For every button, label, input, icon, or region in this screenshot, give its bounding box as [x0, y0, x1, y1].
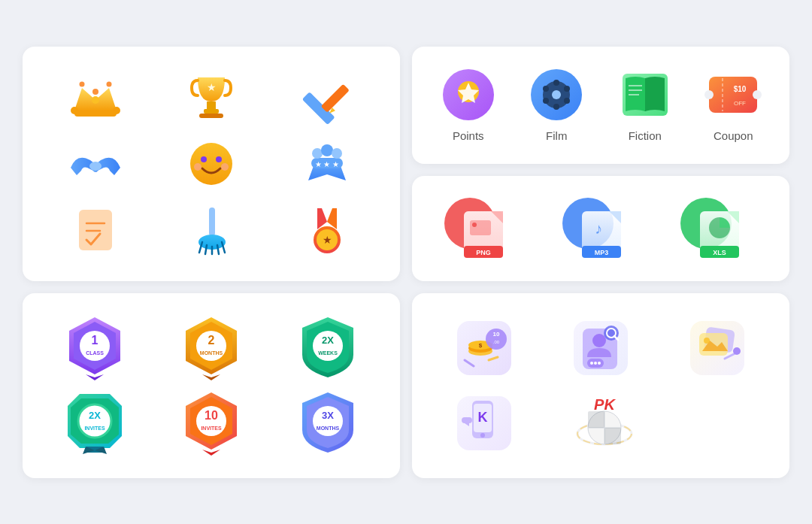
svg-text:PNG: PNG [477, 249, 492, 256]
category-film: Film [529, 68, 583, 142]
svg-point-5 [92, 89, 98, 95]
svg-point-68 [472, 223, 477, 227]
film-label: Film [546, 129, 567, 142]
card-app-icons: $ 10 .00 [412, 293, 789, 478]
medal-icon: ★ [297, 200, 357, 260]
badge-months-2: 2 MONTHS [177, 314, 245, 382]
trophy-icon: ★ [181, 68, 241, 128]
svg-text:♪: ♪ [595, 220, 602, 237]
svg-rect-4 [74, 111, 117, 117]
category-points: Points [441, 68, 495, 142]
svg-point-58 [704, 90, 714, 99]
svg-point-18 [216, 156, 222, 162]
card-file-types: PNG ♪ MP3 [412, 176, 789, 281]
svg-rect-57 [709, 77, 757, 113]
crown-icon [65, 68, 126, 128]
svg-rect-10 [207, 101, 216, 109]
svg-point-7 [107, 81, 112, 86]
svg-text:1: 1 [92, 334, 98, 347]
svg-point-134 [598, 362, 601, 365]
app-coins-icon: $ 10 .00 [450, 314, 518, 382]
card-categories: Points Fi [412, 47, 789, 165]
svg-point-48 [564, 86, 570, 92]
svg-rect-146 [462, 417, 472, 423]
mp3-file-icon: ♪ MP3 [559, 195, 642, 262]
svg-point-140 [733, 347, 741, 355]
app-empty-6 [683, 389, 751, 457]
app-phone-k-icon: K [450, 389, 518, 457]
card-award-icons: ★ [23, 47, 400, 281]
svg-text:MONTHS: MONTHS [200, 350, 223, 356]
svg-rect-13 [321, 83, 350, 112]
badge-weeks-2x: 2X WEEKS [294, 314, 362, 382]
fiction-label: Fiction [629, 129, 662, 142]
svg-text:OFF: OFF [734, 100, 746, 107]
svg-text:MONTHS: MONTHS [316, 426, 339, 431]
svg-point-47 [553, 80, 559, 86]
svg-point-51 [543, 98, 549, 104]
svg-point-139 [704, 338, 710, 344]
svg-text:CLASS: CLASS [86, 350, 104, 356]
svg-text:INVITES: INVITES [201, 426, 222, 431]
svg-point-15 [89, 162, 102, 171]
category-coupon: $10 OFF Coupon [706, 68, 760, 142]
svg-point-25 [332, 148, 342, 159]
coupon-label: Coupon [714, 129, 753, 142]
svg-marker-87 [86, 374, 104, 380]
svg-rect-30 [209, 207, 215, 236]
svg-point-133 [594, 362, 597, 365]
app-user-search-icon [567, 314, 635, 382]
svg-marker-93 [202, 374, 220, 380]
broom-icon [181, 200, 241, 260]
svg-point-23 [312, 148, 323, 159]
svg-point-50 [553, 104, 559, 110]
svg-text:★: ★ [323, 234, 332, 246]
handshake-icon [65, 134, 126, 194]
ruler-pencil-icon [297, 68, 357, 128]
notepad-icon [65, 200, 126, 260]
svg-point-46 [552, 90, 561, 99]
svg-point-59 [753, 90, 762, 99]
svg-text:MP3: MP3 [595, 249, 609, 256]
svg-marker-110 [202, 450, 220, 456]
svg-text:2: 2 [208, 334, 215, 347]
badge-months-3x: 3X MONTHS [294, 389, 362, 457]
svg-text:K: K [478, 410, 488, 425]
svg-rect-154 [588, 411, 604, 428]
svg-text:★ ★ ★: ★ ★ ★ [315, 160, 340, 168]
badge-class: 1 CLASS [61, 314, 129, 382]
svg-point-52 [543, 86, 549, 92]
svg-text:$10: $10 [734, 85, 747, 93]
svg-point-132 [590, 362, 593, 365]
svg-point-2 [92, 96, 99, 104]
main-grid: ★ [23, 47, 789, 478]
svg-text:.00: .00 [493, 340, 500, 344]
png-file-icon: PNG [441, 195, 524, 262]
svg-text:10: 10 [205, 409, 218, 422]
svg-text:XLS: XLS [713, 249, 726, 256]
svg-rect-9 [199, 114, 223, 118]
svg-point-49 [564, 98, 570, 104]
svg-rect-155 [604, 428, 621, 444]
svg-point-145 [480, 433, 485, 438]
svg-point-19 [194, 163, 201, 171]
category-fiction: Fiction [618, 68, 672, 142]
badge-invites-10: 10 INVITES [177, 389, 245, 457]
svg-point-6 [80, 81, 85, 86]
card-badges: 1 CLASS 2 MONTHS [23, 293, 400, 478]
xls-file-icon: XLS [677, 195, 760, 262]
svg-text:$: $ [479, 342, 483, 349]
svg-point-24 [321, 144, 333, 156]
svg-point-20 [221, 163, 229, 171]
svg-point-127 [592, 334, 606, 347]
team-icon: ★ ★ ★ [297, 134, 357, 194]
svg-rect-67 [470, 220, 491, 235]
svg-text:10: 10 [493, 331, 500, 338]
svg-text:PK: PK [594, 396, 616, 413]
svg-marker-37 [317, 208, 327, 229]
svg-rect-8 [204, 109, 219, 114]
svg-text:2X: 2X [322, 335, 334, 346]
svg-text:★: ★ [207, 81, 217, 93]
svg-text:2X: 2X [89, 410, 101, 421]
svg-text:INVITES: INVITES [85, 426, 106, 431]
